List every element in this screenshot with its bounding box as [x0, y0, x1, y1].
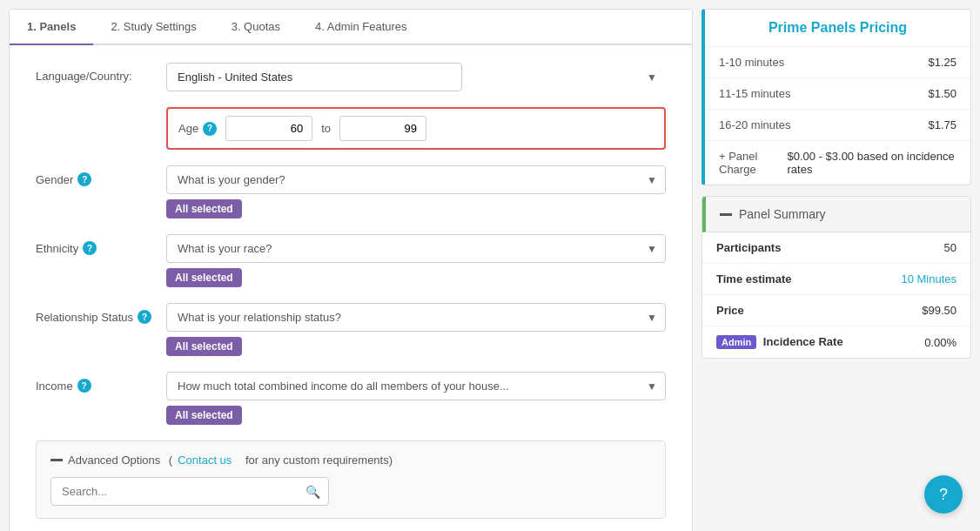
- relationship-row: Relationship Status ? What is your relat…: [36, 303, 666, 356]
- summary-row-time: Time estimate 10 Minutes: [702, 264, 970, 295]
- search-icon: 🔍: [305, 485, 320, 499]
- tab-quotas[interactable]: 3. Quotas: [214, 10, 298, 45]
- income-row: Income ? How much total combined income …: [36, 372, 666, 425]
- gender-select[interactable]: What is your gender?: [166, 165, 666, 194]
- time-estimate-value: 10 Minutes: [901, 272, 957, 286]
- age-label: Age ?: [178, 122, 217, 136]
- incidence-label: Incidence Rate: [763, 335, 843, 348]
- summary-header: Panel Summary: [702, 197, 970, 232]
- help-fab-button[interactable]: ?: [924, 475, 963, 514]
- advanced-minus-icon[interactable]: [50, 459, 63, 461]
- relationship-select[interactable]: What is your relationship status?: [166, 303, 666, 332]
- admin-badge: Admin: [716, 335, 756, 349]
- income-help-icon[interactable]: ?: [77, 379, 91, 393]
- pricing-row-2: 16-20 minutes $1.75: [705, 110, 970, 141]
- ethnicity-help-icon[interactable]: ?: [83, 241, 97, 255]
- advanced-options-section: Advanced Options ( Contact us for any cu…: [36, 440, 666, 519]
- income-select-wrapper: How much total combined income do all me…: [166, 372, 666, 400]
- gender-label-container: Gender ?: [36, 165, 166, 186]
- form-content: Language/Country: English - United State…: [10, 45, 692, 531]
- gender-field: What is your gender? ▼ All selected: [166, 165, 666, 218]
- gender-select-wrapper: What is your gender? ▼: [166, 165, 666, 194]
- relationship-help-icon[interactable]: ?: [138, 310, 151, 324]
- right-panel: Prime Panels Pricing 1-10 minutes $1.25 …: [701, 9, 971, 531]
- relationship-all-selected-badge: AIl selected: [166, 337, 242, 356]
- pricing-label-3: + Panel Charge: [719, 150, 787, 176]
- age-max-input[interactable]: [339, 116, 426, 141]
- language-country-row: Language/Country: English - United State…: [36, 63, 666, 91]
- tab-admin-features[interactable]: 4. Admin Features: [298, 10, 425, 45]
- age-field: Age ? to: [166, 107, 666, 150]
- ethnicity-label-container: Ethnicity ?: [36, 234, 166, 255]
- pricing-value-0: $1.25: [928, 56, 957, 69]
- summary-card: Panel Summary Participants 50 Time estim…: [701, 196, 971, 359]
- language-country-label: Language/Country:: [36, 63, 166, 83]
- relationship-select-wrapper: What is your relationship status? ▼: [166, 303, 666, 332]
- contact-us-link[interactable]: Contact us: [178, 454, 232, 467]
- language-select[interactable]: English - United States: [166, 63, 462, 91]
- search-input[interactable]: [50, 477, 329, 506]
- age-container: Age ? to: [166, 107, 666, 150]
- income-label-container: Income ?: [36, 372, 166, 393]
- age-help-icon[interactable]: ?: [203, 122, 217, 136]
- incidence-container: Admin Incidence Rate: [716, 335, 843, 349]
- pricing-value-3: $0.00 - $3.00 based on incidence rates: [787, 150, 957, 176]
- pricing-row-0: 1-10 minutes $1.25: [705, 47, 970, 78]
- gender-help-icon[interactable]: ?: [77, 172, 91, 186]
- ethnicity-field: What is your race? ▼ AIl selected: [166, 234, 666, 287]
- age-row: Age ? to: [36, 107, 666, 150]
- language-country-field: English - United States ▼: [166, 63, 666, 91]
- income-select[interactable]: How much total combined income do all me…: [166, 372, 666, 400]
- language-select-wrapper: English - United States ▼: [166, 63, 666, 91]
- participants-label: Participants: [716, 241, 781, 254]
- income-all-selected-badge: AIl selected: [166, 406, 242, 425]
- left-panel: 1. Panels 2. Study Settings 3. Quotas 4.…: [9, 9, 693, 531]
- tab-study-settings[interactable]: 2. Study Settings: [93, 10, 213, 45]
- pricing-row-3: + Panel Charge $0.00 - $3.00 based on in…: [705, 141, 970, 185]
- advanced-options-title: Advanced Options ( Contact us for any cu…: [50, 454, 651, 467]
- ethnicity-select[interactable]: What is your race?: [166, 234, 666, 263]
- pricing-header: Prime Panels Pricing: [705, 10, 970, 47]
- income-field: How much total combined income do all me…: [166, 372, 666, 425]
- pricing-label-1: 11-15 minutes: [719, 87, 790, 100]
- price-value: $99.50: [922, 304, 957, 317]
- summary-row-price: Price $99.50: [702, 295, 970, 326]
- relationship-field: What is your relationship status? ▼ AIl …: [166, 303, 666, 356]
- incidence-value: 0.00%: [924, 336, 957, 349]
- summary-row-incidence: Admin Incidence Rate 0.00%: [702, 326, 970, 358]
- search-box-wrapper: 🔍: [50, 477, 329, 506]
- summary-minus-icon: [720, 213, 732, 216]
- pricing-card: Prime Panels Pricing 1-10 minutes $1.25 …: [701, 9, 971, 185]
- summary-row-participants: Participants 50: [702, 232, 970, 264]
- ethnicity-all-selected-badge: AIl selected: [166, 268, 242, 287]
- pricing-row-1: 11-15 minutes $1.50: [705, 78, 970, 110]
- pricing-table: 1-10 minutes $1.25 11-15 minutes $1.50 1…: [705, 47, 970, 185]
- relationship-label-container: Relationship Status ?: [36, 303, 166, 324]
- pricing-label-0: 1-10 minutes: [719, 56, 784, 69]
- language-select-arrow: ▼: [647, 71, 657, 84]
- gender-row: Gender ? What is your gender? ▼ All sele…: [36, 165, 666, 218]
- help-fab-icon: ?: [939, 486, 948, 504]
- gender-all-selected-badge: All selected: [166, 199, 242, 218]
- summary-title: Panel Summary: [739, 207, 826, 221]
- pricing-value-1: $1.50: [928, 87, 957, 100]
- price-label: Price: [716, 304, 744, 317]
- ethnicity-select-wrapper: What is your race? ▼: [166, 234, 666, 263]
- participants-value: 50: [944, 241, 957, 254]
- age-min-input[interactable]: [225, 116, 312, 141]
- age-to-label: to: [321, 122, 331, 135]
- tab-panels[interactable]: 1. Panels: [10, 10, 93, 45]
- pricing-label-2: 16-20 minutes: [719, 118, 790, 131]
- pricing-value-2: $1.75: [928, 118, 957, 131]
- ethnicity-row: Ethnicity ? What is your race? ▼ AIl sel…: [36, 234, 666, 287]
- time-estimate-label: Time estimate: [716, 272, 791, 286]
- tabs-container: 1. Panels 2. Study Settings 3. Quotas 4.…: [10, 10, 692, 45]
